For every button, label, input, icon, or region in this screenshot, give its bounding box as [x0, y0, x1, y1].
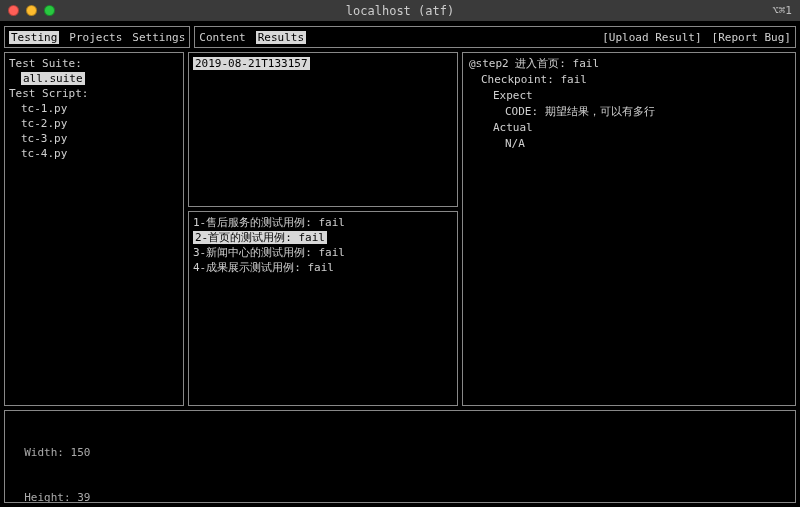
detail-panel: @step2 进入首页: fail Checkpoint: fail Expec…	[462, 52, 796, 406]
upload-result-link[interactable]: [Upload Result]	[602, 31, 701, 44]
console-line: Width: 150	[11, 445, 789, 460]
expect-code: CODE: 期望结果，可以有多行	[469, 104, 789, 120]
console-line: Height: 39	[11, 490, 789, 503]
report-bug-link[interactable]: [Report Bug]	[712, 31, 791, 44]
title-right-indicator: ⌥⌘1	[772, 4, 792, 17]
script-item[interactable]: tc-1.py	[9, 101, 179, 116]
menu-testing[interactable]: Testing	[9, 31, 59, 44]
console-panel: Width: 150 Height: 39 WorkHistories: [{0…	[4, 410, 796, 503]
menu-settings[interactable]: Settings	[132, 31, 185, 44]
close-icon[interactable]	[8, 5, 19, 16]
actual-value: N/A	[469, 136, 789, 152]
run-item[interactable]: 2019-08-21T133157	[193, 57, 310, 70]
menu-projects[interactable]: Projects	[69, 31, 122, 44]
titlebar: localhost (atf) ⌥⌘1	[0, 0, 800, 22]
case-list-panel: 1-售后服务的测试用例: fail 2-首页的测试用例: fail 3-新闻中心…	[188, 211, 458, 406]
script-item[interactable]: tc-2.py	[9, 116, 179, 131]
window-title: localhost (atf)	[0, 4, 800, 18]
suite-selected[interactable]: all.suite	[21, 72, 85, 85]
sidebar: Test Suite: all.suite Test Script: tc-1.…	[4, 52, 184, 406]
minimize-icon[interactable]	[26, 5, 37, 16]
run-list-panel: 2019-08-21T133157	[188, 52, 458, 207]
tab-right-links: [Upload Result] [Report Bug]	[602, 31, 791, 44]
case-item[interactable]: 3-新闻中心的测试用例: fail	[193, 245, 453, 260]
top-menu-row: Testing Projects Settings Content Result…	[4, 26, 796, 48]
step-line: @step2 进入首页: fail	[469, 56, 789, 72]
window-controls	[8, 5, 55, 16]
content-tabs: Content Results [Upload Result] [Report …	[194, 26, 796, 48]
main-row: Test Suite: all.suite Test Script: tc-1.…	[4, 52, 796, 406]
actual-label: Actual	[469, 120, 789, 136]
tab-content[interactable]: Content	[199, 31, 245, 44]
middle-column: 2019-08-21T133157 1-售后服务的测试用例: fail 2-首页…	[188, 52, 458, 406]
case-item[interactable]: 4-成果展示测试用例: fail	[193, 260, 453, 275]
expect-label: Expect	[469, 88, 789, 104]
tab-results[interactable]: Results	[256, 31, 306, 44]
script-item[interactable]: tc-4.py	[9, 146, 179, 161]
zoom-icon[interactable]	[44, 5, 55, 16]
case-item[interactable]: 2-首页的测试用例: fail	[193, 231, 327, 244]
main-menu: Testing Projects Settings	[4, 26, 190, 48]
app-body: Testing Projects Settings Content Result…	[0, 22, 800, 507]
test-suite-label: Test Suite:	[9, 56, 179, 71]
script-item[interactable]: tc-3.py	[9, 131, 179, 146]
checkpoint-line: Checkpoint: fail	[469, 72, 789, 88]
test-script-label: Test Script:	[9, 86, 179, 101]
case-item[interactable]: 1-售后服务的测试用例: fail	[193, 215, 453, 230]
